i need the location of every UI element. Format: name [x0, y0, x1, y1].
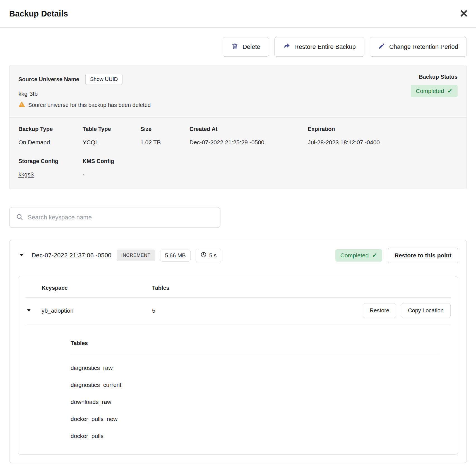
page-title: Backup Details [9, 9, 68, 18]
increment-status-text: Completed [340, 252, 369, 259]
table-list-item: docker_pulls_new [71, 416, 439, 422]
restore-to-this-point-button[interactable]: Restore to this point [388, 248, 458, 263]
increment-timestamp: Dec-07-2022 21:37:06 -0500 [32, 252, 112, 259]
table-list-item: diagnostics_raw [71, 365, 439, 371]
increment-type-badge: INCREMENT [117, 250, 155, 261]
delete-button[interactable]: Delete [223, 37, 269, 57]
search-input[interactable] [28, 214, 214, 221]
storage-config-link[interactable]: kkgs3 [18, 171, 34, 178]
keyspace-collapse-caret[interactable] [25, 307, 32, 314]
nested-tables-divider [71, 354, 439, 354]
action-buttons-row: Delete Restore Entire Backup Change Rete… [9, 37, 467, 57]
caret-down-icon [19, 253, 24, 258]
caret-down-icon [27, 308, 31, 313]
field-backup-type: Backup Type On Demand [18, 126, 83, 146]
keyspace-column-header: Keyspace [42, 285, 152, 291]
modal-header: Backup Details [0, 0, 476, 28]
keyspace-search [9, 207, 220, 228]
nested-tables-header: Tables [71, 340, 88, 346]
show-uuid-button[interactable]: Show UUID [85, 74, 122, 85]
increment-header-row: Dec-07-2022 21:37:06 -0500 INCREMENT 5.6… [9, 240, 467, 270]
warning-icon [18, 101, 25, 109]
backup-status-label: Backup Status [419, 74, 458, 80]
universe-deleted-warning: Source universe for this backup has been… [28, 102, 151, 108]
delete-button-label: Delete [242, 43, 260, 51]
restore-arrow-icon [283, 42, 290, 51]
increment-size-badge: 5.66 MB [160, 250, 190, 262]
tables-column-header: Tables [152, 285, 451, 291]
keyspace-table-header: Keyspace Tables [25, 276, 451, 297]
trash-icon [231, 43, 238, 51]
increment-status-badge: Completed ✓ [335, 249, 382, 262]
copy-location-button[interactable]: Copy Location [401, 303, 451, 318]
change-retention-period-label: Change Retention Period [389, 43, 458, 51]
keyspace-tables-count: 5 [152, 307, 363, 314]
increment-duration-text: 5 s [209, 252, 217, 259]
universe-name: kkg-3tb [18, 90, 411, 97]
close-button[interactable] [458, 8, 470, 20]
check-icon: ✓ [448, 87, 453, 95]
increment-duration-badge: 5 s [196, 249, 222, 262]
field-table-type: Table Type YCQL [83, 126, 140, 146]
table-list-item: docker_pulls [71, 433, 439, 439]
keyspace-row-yb-adoption: yb_adoption 5 Restore Copy Location [25, 298, 451, 326]
change-retention-period-button[interactable]: Change Retention Period [370, 37, 467, 57]
check-icon: ✓ [372, 252, 377, 259]
close-icon [460, 9, 468, 18]
pencil-icon [378, 43, 385, 51]
field-expiration: Expiration Jul-28-2023 18:12:07 -0400 [308, 126, 458, 146]
status-badge-text: Completed [416, 88, 444, 94]
keyspace-name: yb_adoption [42, 307, 152, 314]
field-size: Size 1.02 TB [140, 126, 189, 146]
keyspace-restore-button[interactable]: Restore [363, 303, 396, 318]
field-storage-config: Storage Config kkgs3 [18, 158, 83, 178]
nested-tables-section: Tables diagnostics_raw diagnostics_curre… [25, 326, 451, 439]
field-kms-config: KMS Config - [83, 158, 140, 178]
increment-collapse-caret[interactable] [18, 252, 25, 259]
clock-icon [200, 252, 207, 259]
source-universe-label: Source Universe Name [18, 76, 79, 83]
restore-entire-backup-label: Restore Entire Backup [294, 43, 356, 51]
status-badge: Completed ✓ [411, 85, 458, 97]
restore-entire-backup-button[interactable]: Restore Entire Backup [274, 37, 364, 57]
table-list-item: downloads_raw [71, 399, 439, 405]
increment-backup-card: Dec-07-2022 21:37:06 -0500 INCREMENT 5.6… [9, 240, 467, 463]
search-icon [16, 213, 23, 222]
keyspace-table-card: Keyspace Tables yb_adoption 5 Restore Co… [18, 276, 458, 455]
backup-summary-panel: Source Universe Name Show UUID kkg-3tb S… [9, 65, 467, 189]
table-list-item: diagnostics_current [71, 382, 439, 388]
field-created-at: Created At Dec-07-2022 21:25:29 -0500 [189, 126, 308, 146]
